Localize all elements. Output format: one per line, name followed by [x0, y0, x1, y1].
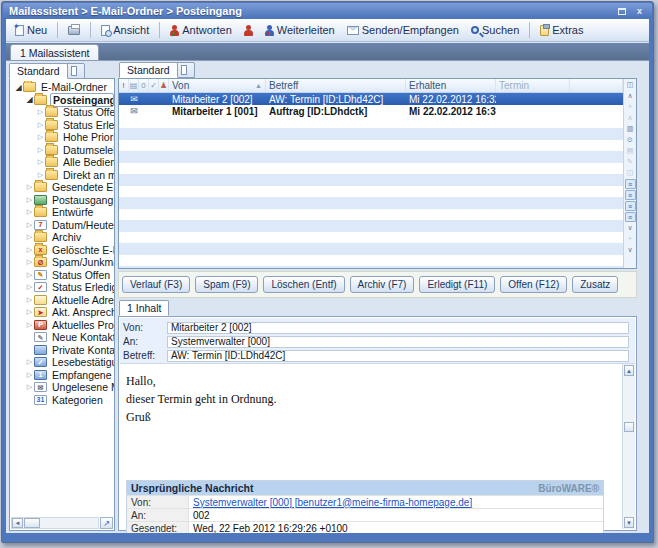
toolbar-reply-button[interactable]: Antworten — [165, 21, 237, 39]
sidebar-item-gesendete-e-mails[interactable]: ▷Gesendete E-Mails — [10, 181, 114, 194]
scrollbar-thumb[interactable] — [624, 422, 634, 432]
content-tab-inhalt[interactable]: 1 Inhalt — [119, 300, 169, 316]
tool-disabled-2-icon[interactable]: ✎ — [625, 157, 636, 167]
sidebar-item-hohe-priorit-t[interactable]: ▷Hohe Priorität — [10, 131, 114, 144]
tree-collapsed-arrow-icon[interactable]: ▷ — [25, 246, 34, 254]
check-column-icon[interactable]: ✓ — [149, 79, 159, 92]
page-up-icon[interactable]: ∧ — [625, 113, 636, 123]
priority-column-icon[interactable]: ! — [119, 79, 129, 92]
tree-collapsed-arrow-icon[interactable]: ▷ — [36, 108, 45, 116]
list-header-row[interactable]: !▤0✓♟Von▲BetreffErhaltenTermin — [119, 79, 623, 93]
tree-collapsed-arrow-icon[interactable]: ▷ — [25, 258, 34, 266]
sidebar-item-direkt-an-mich[interactable]: ▷Direkt an mich — [10, 169, 114, 182]
close-button[interactable]: x — [633, 5, 646, 17]
view-mode-4-icon[interactable]: ≡ — [625, 212, 636, 222]
sidebar-item-ungelesene-mails[interactable]: ▷✉Ungelesene Mails — [10, 381, 114, 394]
toolbar-print-button[interactable] — [63, 23, 85, 38]
tree-collapsed-arrow-icon[interactable]: ▷ — [36, 121, 45, 129]
sidebar-item-kategorien[interactable]: 31Kategorien — [10, 394, 114, 407]
scroll-down-icon[interactable]: ▼ — [624, 517, 634, 528]
sidebar-horizontal-scrollbar[interactable]: ◄ — [11, 517, 99, 529]
tree-expanded-arrow-icon[interactable]: ◢ — [25, 95, 34, 104]
sidebar-item-status-offen[interactable]: ▷Status Offen — [10, 106, 114, 119]
columns-icon[interactable]: ▥ — [625, 124, 636, 134]
scrollbar-thumb[interactable] — [24, 518, 40, 528]
person-column-icon[interactable]: ♟ — [159, 79, 169, 92]
message-row[interactable]: ✉Mitarbeiter 1 [001]Auftrag [ID:LDhdctk]… — [119, 105, 623, 117]
tree-collapsed-arrow-icon[interactable]: ▷ — [25, 233, 34, 241]
tree-collapsed-arrow-icon[interactable]: ▷ — [25, 196, 34, 204]
tree-collapsed-arrow-icon[interactable]: ▷ — [25, 271, 34, 279]
sidebar-item-archiv[interactable]: ▷Archiv — [10, 231, 114, 244]
content-vertical-scrollbar[interactable]: ▲ ▼ — [622, 364, 635, 529]
sidebar-item-status-erledigt[interactable]: ▷Status Erledigt — [10, 119, 114, 132]
erledigt-button[interactable]: Erledigt (F11) — [419, 276, 495, 293]
tool-disabled-1-icon[interactable]: ▤ — [625, 146, 636, 156]
toolbar-send-receive-button[interactable]: Senden/Empfangen — [342, 21, 464, 39]
sidebar-item-neue-kontakte[interactable]: ✎Neue Kontakte — [10, 331, 114, 344]
tree-collapsed-arrow-icon[interactable]: ▷ — [25, 221, 34, 229]
move-down-icon[interactable]: + — [625, 234, 636, 244]
sidebar-item-status-erledigt[interactable]: ▷✓Status Erledigt — [10, 281, 114, 294]
list-tab-standard[interactable]: Standard — [119, 62, 178, 78]
sidebar-item-aktuelles-projekt[interactable]: ▷PAktuelles Projekt — [10, 319, 114, 332]
sidebar-item-status-offen[interactable]: ▷✎Status Offen — [10, 269, 114, 282]
scroll-left-icon[interactable]: ◄ — [12, 518, 23, 528]
tree-collapsed-arrow-icon[interactable]: ▷ — [25, 208, 34, 216]
tree-collapsed-arrow-icon[interactable]: ▷ — [25, 371, 34, 379]
sidebar-item-aktuelle-adresse[interactable]: ▷Aktuelle Adresse — [10, 294, 114, 307]
sidebar-item-lesebest-tigungen[interactable]: ▷✓Lesebestätigungen — [10, 356, 114, 369]
sidebar-item-alle-bediener[interactable]: ▷Alle Bediener — [10, 156, 114, 169]
column-header-von[interactable]: Von▲ — [169, 79, 266, 92]
tree-collapsed-arrow-icon[interactable]: ▷ — [25, 383, 34, 391]
toolbar-extras-button[interactable]: Extras — [535, 21, 588, 39]
spam-button[interactable]: Spam (F9) — [195, 276, 258, 293]
verlauf-button[interactable]: Verlauf (F3) — [122, 276, 190, 293]
loeschen-button[interactable]: Löschen (Entf) — [263, 276, 344, 293]
view-mode-3-icon[interactable]: ≡ — [625, 201, 636, 211]
sidebar-expand-button[interactable]: ↗ — [100, 517, 113, 529]
tab-mailassistent[interactable]: 1 Mailassistent — [10, 44, 99, 60]
tree-collapsed-arrow-icon[interactable]: ▷ — [25, 283, 34, 291]
sidebar-item-gel-schte-e-mails[interactable]: ▷xGelöschte E-Mails — [10, 244, 114, 257]
sidebar-item-spam-junkmails[interactable]: ▷ØSpam/Junkmails — [10, 256, 114, 269]
view-mode-2-icon[interactable]: ≡ — [625, 190, 636, 200]
tree-collapsed-arrow-icon[interactable]: ▷ — [25, 183, 34, 191]
attachment-column-icon[interactable]: 0 — [139, 79, 149, 92]
scroll-down-icon[interactable]: ∨ — [625, 223, 636, 233]
tree-collapsed-arrow-icon[interactable]: ▷ — [25, 358, 34, 366]
scroll-top-icon[interactable]: ∧ — [625, 91, 636, 101]
tree-expanded-arrow-icon[interactable]: ◢ — [14, 83, 23, 92]
sidebar-item-empfangene-mails[interactable]: ▷1Empfangene Mails — [10, 369, 114, 382]
sidebar-item-entw-rfe[interactable]: ▷Entwürfe — [10, 206, 114, 219]
column-header-betreff[interactable]: Betreff — [266, 79, 406, 92]
zusatz-button[interactable]: Zusatz — [572, 276, 618, 293]
toolbar-reply-all-button[interactable] — [239, 22, 258, 39]
sidebar-item-e-mail-ordner[interactable]: ◢E-Mail-Ordner — [10, 81, 114, 94]
scroll-up-icon[interactable]: ▲ — [624, 365, 634, 376]
sidebar-item-posteingang[interactable]: ◢Posteingang — [10, 94, 114, 107]
tool-disabled-3-icon[interactable]: ◫ — [625, 168, 636, 178]
sidebar-item-akt-ansprechpartner[interactable]: ▷➤Akt. Ansprechpartner — [10, 306, 114, 319]
sidebar-item-postausgang[interactable]: ▷Postausgang — [10, 194, 114, 207]
message-row[interactable]: ✉Mitarbeiter 2 [002]AW: Termin [ID:LDhd4… — [119, 93, 623, 105]
tree-collapsed-arrow-icon[interactable]: ▷ — [25, 308, 34, 316]
column-header-termin[interactable]: Termin — [496, 79, 570, 92]
sidebar-tab-standard[interactable]: Standard — [9, 63, 68, 79]
tree-collapsed-arrow-icon[interactable]: ▷ — [25, 321, 34, 329]
tree-collapsed-arrow-icon[interactable]: ▷ — [36, 146, 45, 154]
folder-options-icon[interactable]: ◫ — [625, 80, 636, 90]
toolbar-search-button[interactable]: Suchen — [466, 21, 524, 39]
tree-collapsed-arrow-icon[interactable]: ▷ — [36, 158, 45, 166]
sidebar-item-private-kontakte[interactable]: Private Kontakte — [10, 344, 114, 357]
toolbar-forward-button[interactable]: Weiterleiten — [260, 21, 340, 39]
search-list-icon[interactable]: ⊙ — [625, 135, 636, 145]
toolbar-view-button[interactable]: Ansicht — [96, 21, 154, 39]
sender-link[interactable]: Systemverwalter [000] [benutzer1@meine-f… — [189, 496, 603, 508]
tree-collapsed-arrow-icon[interactable]: ▷ — [25, 296, 34, 304]
offen-button[interactable]: Offen (F12) — [500, 276, 567, 293]
sidebar-item-datumselektion[interactable]: ▷Datumselektion — [10, 144, 114, 157]
sidebar-item-datum-heute[interactable]: ▷7Datum/Heute — [10, 219, 114, 232]
move-up-icon[interactable]: + — [625, 102, 636, 112]
tree-collapsed-arrow-icon[interactable]: ▷ — [36, 171, 45, 179]
